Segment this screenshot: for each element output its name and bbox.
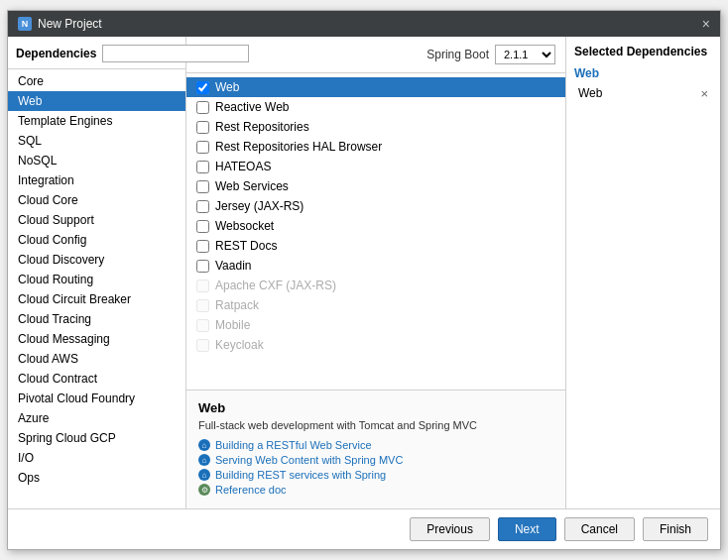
- selected-dep-item: Web×: [574, 84, 712, 102]
- remove-dep-button[interactable]: ×: [700, 87, 708, 100]
- left-list-item[interactable]: Template Engines: [8, 111, 185, 131]
- dependency-checkbox-item: Ratpack: [186, 295, 565, 315]
- app-icon: N: [18, 17, 32, 31]
- left-list-item[interactable]: Cloud Circuit Breaker: [8, 289, 185, 309]
- categories-list: CoreWebTemplate EnginesSQLNoSQLIntegrati…: [8, 69, 185, 508]
- guide-icon: ⌂: [198, 454, 210, 466]
- left-list-item[interactable]: Cloud AWS: [8, 349, 185, 369]
- link-label: Building REST services with Spring: [215, 469, 386, 481]
- search-header: Dependencies: [8, 37, 185, 69]
- dependency-label: HATEOAS: [215, 160, 271, 173]
- left-list-item[interactable]: Pivotal Cloud Foundry: [8, 389, 185, 408]
- dependency-checkbox-item[interactable]: Web Services: [186, 176, 565, 196]
- content-area: Dependencies CoreWebTemplate EnginesSQLN…: [8, 37, 720, 508]
- desc-link[interactable]: ⚙Reference doc: [198, 484, 553, 496]
- title-bar-left: N New Project: [18, 17, 102, 31]
- finish-button[interactable]: Finish: [643, 517, 708, 541]
- dependency-label: Mobile: [215, 318, 250, 332]
- dependency-label: Apache CXF (JAX-RS): [215, 279, 336, 292]
- left-list-item[interactable]: Spring Cloud GCP: [8, 428, 185, 448]
- desc-link[interactable]: ⌂Building a RESTful Web Service: [198, 439, 553, 451]
- dependency-label: Vaadin: [215, 259, 251, 273]
- dependency-checkbox-item[interactable]: Vaadin: [186, 256, 565, 276]
- dependency-label: Rest Repositories: [215, 120, 309, 134]
- dependency-label: Jersey (JAX-RS): [215, 199, 303, 213]
- left-panel: Dependencies CoreWebTemplate EnginesSQLN…: [8, 37, 186, 508]
- guide-icon: ⌂: [198, 469, 210, 481]
- dependency-checkbox-item[interactable]: Rest Repositories HAL Browser: [186, 137, 565, 157]
- dependency-label: REST Docs: [215, 239, 277, 253]
- dependency-checkbox-item[interactable]: Web: [186, 77, 565, 97]
- ref-icon: ⚙: [198, 484, 210, 496]
- left-list-item[interactable]: Integration: [8, 170, 185, 190]
- dependency-label: Rest Repositories HAL Browser: [215, 140, 382, 154]
- dependency-checkbox-item[interactable]: Jersey (JAX-RS): [186, 196, 565, 216]
- selected-dep-label: Web: [578, 86, 602, 100]
- dependency-checkbox-list: WebReactive WebRest RepositoriesRest Rep…: [186, 73, 565, 390]
- left-list-item[interactable]: Cloud Config: [8, 230, 185, 250]
- dependency-label: Ratpack: [215, 298, 259, 312]
- left-list-item[interactable]: Cloud Core: [8, 190, 185, 210]
- dialog-footer: Previous Next Cancel Finish: [8, 508, 720, 549]
- dependency-checkbox-item[interactable]: HATEOAS: [186, 157, 565, 176]
- dependency-label: Web Services: [215, 179, 289, 193]
- desc-text: Full-stack web development with Tomcat a…: [198, 419, 553, 431]
- left-list-item[interactable]: Cloud Contract: [8, 369, 185, 389]
- close-button[interactable]: ×: [702, 17, 710, 31]
- desc-link[interactable]: ⌂Building REST services with Spring: [198, 469, 553, 481]
- dependency-checkbox-item: Apache CXF (JAX-RS): [186, 276, 565, 295]
- cancel-button[interactable]: Cancel: [564, 517, 635, 541]
- dependencies-label: Dependencies: [16, 47, 96, 60]
- dependency-checkbox-item[interactable]: REST Docs: [186, 236, 565, 256]
- dependency-checkbox-item[interactable]: Rest Repositories: [186, 117, 565, 137]
- link-label: Reference doc: [215, 484, 287, 496]
- title-bar: N New Project ×: [8, 11, 720, 37]
- selected-group-title: Web: [574, 66, 712, 80]
- dependency-checkbox-item: Keycloak: [186, 335, 565, 355]
- dependency-checkbox-item[interactable]: Websocket: [186, 216, 565, 236]
- left-list-item[interactable]: Ops: [8, 468, 185, 488]
- left-list-item[interactable]: Cloud Discovery: [8, 250, 185, 270]
- left-list-item[interactable]: Cloud Support: [8, 210, 185, 230]
- link-label: Serving Web Content with Spring MVC: [215, 454, 403, 466]
- selected-deps-title: Selected Dependencies: [574, 45, 712, 58]
- next-button[interactable]: Next: [498, 517, 556, 541]
- left-list-item[interactable]: Cloud Messaging: [8, 329, 185, 349]
- dependency-label: Web: [215, 80, 239, 94]
- selected-deps-list: WebWeb×: [574, 66, 712, 102]
- left-list-item[interactable]: SQL: [8, 131, 185, 151]
- link-label: Building a RESTful Web Service: [215, 439, 372, 451]
- left-list-item[interactable]: Cloud Routing: [8, 270, 185, 289]
- left-list-item[interactable]: NoSQL: [8, 151, 185, 170]
- left-list-item[interactable]: I/O: [8, 448, 185, 468]
- spring-boot-header: Spring Boot 2.1.12.0.91.5.19: [186, 37, 565, 73]
- right-panel: Selected Dependencies WebWeb×: [566, 37, 720, 508]
- desc-link[interactable]: ⌂Serving Web Content with Spring MVC: [198, 454, 553, 466]
- left-list-item[interactable]: Cloud Tracing: [8, 309, 185, 329]
- dependency-label: Keycloak: [215, 338, 264, 352]
- new-project-dialog: N New Project × Dependencies CoreWebTemp…: [7, 10, 721, 550]
- left-list-item[interactable]: Core: [8, 71, 185, 91]
- description-panel: Web Full-stack web development with Tomc…: [186, 390, 565, 508]
- dependency-checkbox-item[interactable]: Reactive Web: [186, 97, 565, 117]
- dependency-checkbox-item: Mobile: [186, 315, 565, 335]
- spring-boot-version-select[interactable]: 2.1.12.0.91.5.19: [495, 45, 555, 64]
- left-list-item[interactable]: Web: [8, 91, 185, 111]
- dependency-label: Reactive Web: [215, 100, 289, 114]
- guide-icon: ⌂: [198, 439, 210, 451]
- middle-panel: Spring Boot 2.1.12.0.91.5.19 WebReactive…: [186, 37, 566, 508]
- left-list-item[interactable]: Azure: [8, 408, 185, 428]
- dialog-title: New Project: [38, 17, 102, 31]
- desc-title: Web: [198, 400, 553, 415]
- spring-boot-label: Spring Boot: [426, 48, 489, 61]
- dependency-label: Websocket: [215, 219, 274, 233]
- previous-button[interactable]: Previous: [410, 517, 490, 541]
